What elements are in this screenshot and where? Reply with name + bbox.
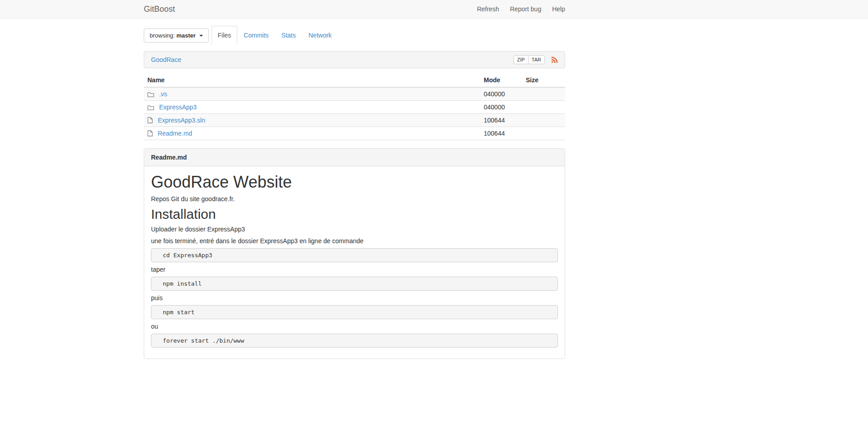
code-block: npm start [151, 305, 558, 319]
table-row: ExpressApp3 040000 [144, 101, 565, 114]
column-name: Name [144, 74, 480, 87]
readme-paragraph: Repos Git du site goodrace.fr. [151, 194, 558, 203]
archive-button-group: ZIP TAR [514, 55, 545, 64]
repo-header-panel: GoodRace ZIP TAR [144, 51, 565, 68]
file-link[interactable]: ExpressApp3 [159, 104, 197, 111]
file-mode: 100644 [480, 127, 522, 140]
readme-paragraph: taper [151, 265, 558, 274]
file-link[interactable]: Readme.md [158, 130, 192, 137]
readme-content: GoodRace Website Repos Git du site goodr… [144, 166, 565, 358]
readme-paragraph: ou [151, 322, 558, 331]
file-table-header: Name Mode Size [144, 74, 565, 87]
table-row: .vs 040000 [144, 87, 565, 101]
tar-button[interactable]: TAR [528, 55, 545, 64]
file-size [522, 101, 565, 114]
caret-down-icon [199, 35, 203, 37]
toolbar: browsing: master Files Commits Stats Net… [144, 26, 565, 45]
nav-refresh[interactable]: Refresh [472, 0, 505, 18]
file-mode: 040000 [480, 87, 522, 101]
file-mode: 040000 [480, 101, 522, 114]
tab-stats[interactable]: Stats [275, 26, 302, 45]
file-mode: 100644 [480, 114, 522, 127]
brand[interactable]: GitBoost [144, 5, 175, 14]
repo-actions: ZIP TAR [514, 55, 558, 64]
file-size [522, 127, 565, 140]
file-icon [147, 130, 153, 137]
repo-name-link[interactable]: GoodRace [151, 56, 181, 63]
code-block: npm install [151, 277, 558, 291]
nav-report-bug[interactable]: Report bug [505, 0, 547, 18]
folder-icon [147, 104, 154, 110]
tab-network[interactable]: Network [302, 26, 338, 45]
navbar-links: Refresh Report bug Help [472, 0, 565, 18]
branch-name: master [176, 32, 196, 39]
file-table: Name Mode Size .vs 040000 [144, 74, 565, 140]
column-mode: Mode [480, 74, 522, 87]
readme-paragraph: une fois terminé, entré dans le dossier … [151, 236, 558, 245]
readme-paragraph: Uploader le dossier ExpressApp3 [151, 225, 558, 234]
code-block: cd ExpressApp3 [151, 248, 558, 262]
tab-files[interactable]: Files [212, 26, 238, 45]
file-size [522, 114, 565, 127]
readme-paragraph: puis [151, 293, 558, 302]
column-size: Size [522, 74, 565, 87]
zip-button[interactable]: ZIP [514, 55, 528, 64]
tab-commits[interactable]: Commits [237, 26, 275, 45]
readme-panel: Readme.md GoodRace Website Repos Git du … [144, 148, 565, 359]
rss-icon [551, 57, 558, 63]
readme-h1: GoodRace Website [151, 174, 558, 191]
top-navbar: GitBoost Refresh Report bug Help [0, 0, 868, 19]
rss-feed-link[interactable] [551, 57, 558, 63]
code-block: forever start ./bin/www [151, 334, 558, 348]
file-icon [147, 117, 153, 123]
table-row: ExpressApp3.sln 100644 [144, 114, 565, 127]
readme-h2: Installation [151, 207, 558, 222]
readme-title: Readme.md [144, 149, 565, 166]
branch-dropdown[interactable]: browsing: master [144, 28, 209, 42]
file-link[interactable]: .vs [159, 90, 167, 98]
folder-icon [147, 91, 154, 97]
table-row: Readme.md 100644 [144, 127, 565, 140]
browsing-label: browsing: [150, 32, 175, 39]
nav-help[interactable]: Help [547, 0, 565, 18]
repo-tabs: Files Commits Stats Network [212, 26, 338, 45]
file-size [522, 87, 565, 101]
file-link[interactable]: ExpressApp3.sln [158, 117, 205, 124]
